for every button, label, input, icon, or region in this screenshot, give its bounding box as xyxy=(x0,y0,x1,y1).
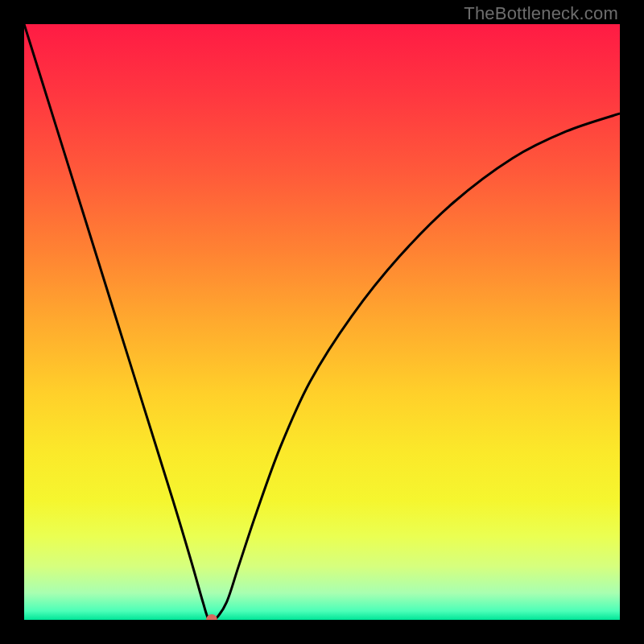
plot-area xyxy=(24,24,620,620)
watermark-text: TheBottleneck.com xyxy=(464,3,618,24)
chart-frame: TheBottleneck.com xyxy=(0,0,644,644)
bottleneck-curve xyxy=(24,24,620,620)
optimal-point-marker xyxy=(206,614,217,620)
